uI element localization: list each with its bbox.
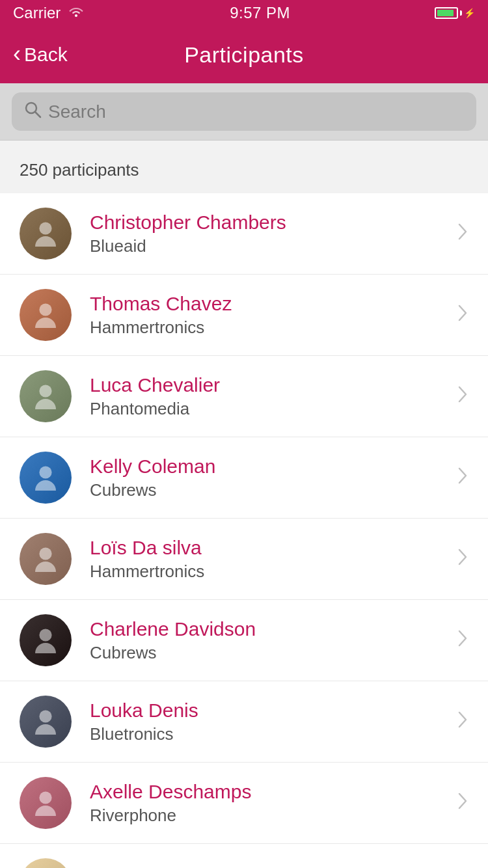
chevron-right-icon [457, 222, 468, 246]
svg-point-4 [39, 385, 51, 397]
list-item[interactable]: Louka DenisBluetronics [0, 681, 488, 763]
svg-point-7 [39, 629, 51, 641]
search-bar[interactable] [12, 92, 476, 131]
participant-company: Riverphone [90, 806, 450, 826]
participant-company: Cubrews [90, 643, 450, 663]
status-bar: Carrier 9:57 PM ⚡ [0, 0, 488, 26]
participant-company: Bluetronics [90, 724, 450, 744]
avatar [20, 858, 72, 868]
svg-point-3 [39, 303, 51, 316]
back-button[interactable]: ‹ Back [13, 44, 68, 66]
chevron-right-icon [457, 303, 468, 327]
chevron-right-icon [457, 791, 468, 815]
participant-info: Axelle DeschampsRiverphone [90, 781, 450, 826]
list-item[interactable]: Charlene DavidsonCubrews [0, 600, 488, 681]
avatar [20, 614, 72, 666]
avatar [20, 452, 72, 504]
svg-line-1 [35, 112, 40, 117]
chevron-right-icon [457, 385, 468, 409]
avatar [20, 289, 72, 341]
participant-company: Blueaid [90, 236, 450, 256]
chevron-right-icon [457, 547, 468, 571]
search-input[interactable] [48, 102, 465, 122]
avatar [20, 533, 72, 585]
participant-name: Axelle Deschamps [90, 781, 450, 803]
participant-info: Luca ChevalierPhantomedia [90, 374, 450, 419]
participant-name: Loïs Da silva [90, 537, 450, 559]
list-item[interactable]: Thomas ChavezHammertronics [0, 275, 488, 356]
list-item[interactable]: Bobbie Diaz [0, 844, 488, 868]
participant-info: Thomas ChavezHammertronics [90, 293, 450, 338]
svg-point-6 [39, 547, 51, 560]
page-title: Participants [184, 42, 304, 68]
participant-name: Charlene Davidson [90, 618, 450, 640]
back-label: Back [24, 44, 68, 66]
list-item[interactable]: Kelly ColemanCubrews [0, 437, 488, 519]
status-bar-left: Carrier [13, 4, 85, 22]
svg-point-8 [39, 710, 51, 722]
participant-name: Christopher Chambers [90, 211, 450, 234]
list-item[interactable]: Loïs Da silvaHammertronics [0, 519, 488, 600]
participant-list: Christopher ChambersBlueaid Thomas Chave… [0, 193, 488, 868]
avatar [20, 208, 72, 260]
carrier-label: Carrier [13, 4, 61, 22]
back-chevron-icon: ‹ [13, 42, 21, 66]
chevron-right-icon [457, 710, 468, 734]
participant-company: Hammertronics [90, 562, 450, 582]
participants-count: 250 participants [0, 141, 488, 193]
participant-name: Thomas Chavez [90, 293, 450, 315]
wifi-icon [67, 5, 85, 21]
participant-company: Hammertronics [90, 318, 450, 338]
chevron-right-icon [457, 466, 468, 490]
search-icon [23, 100, 42, 123]
participant-info: Loïs Da silvaHammertronics [90, 537, 450, 582]
participant-name: Luca Chevalier [90, 374, 450, 396]
list-item[interactable]: Axelle DeschampsRiverphone [0, 763, 488, 844]
time-display: 9:57 PM [230, 4, 290, 22]
chevron-right-icon [457, 629, 468, 653]
battery-icon: ⚡ [435, 7, 475, 19]
nav-bar: ‹ Back Participants [0, 26, 488, 83]
participant-info: Christopher ChambersBlueaid [90, 211, 450, 256]
svg-point-2 [39, 222, 51, 234]
search-container [0, 83, 488, 141]
avatar [20, 370, 72, 422]
participant-company: Phantomedia [90, 399, 450, 419]
participant-info: Charlene DavidsonCubrews [90, 618, 450, 663]
participant-name: Louka Denis [90, 699, 450, 722]
list-item[interactable]: Luca ChevalierPhantomedia [0, 356, 488, 437]
svg-point-9 [39, 791, 51, 804]
participant-info: Louka DenisBluetronics [90, 699, 450, 744]
status-bar-right: ⚡ [435, 7, 475, 19]
svg-point-5 [39, 466, 51, 478]
avatar [20, 696, 72, 748]
participant-name: Kelly Coleman [90, 455, 450, 478]
participant-info: Kelly ColemanCubrews [90, 455, 450, 500]
participant-company: Cubrews [90, 480, 450, 500]
charging-icon: ⚡ [464, 8, 475, 18]
avatar [20, 777, 72, 829]
list-item[interactable]: Christopher ChambersBlueaid [0, 193, 488, 275]
